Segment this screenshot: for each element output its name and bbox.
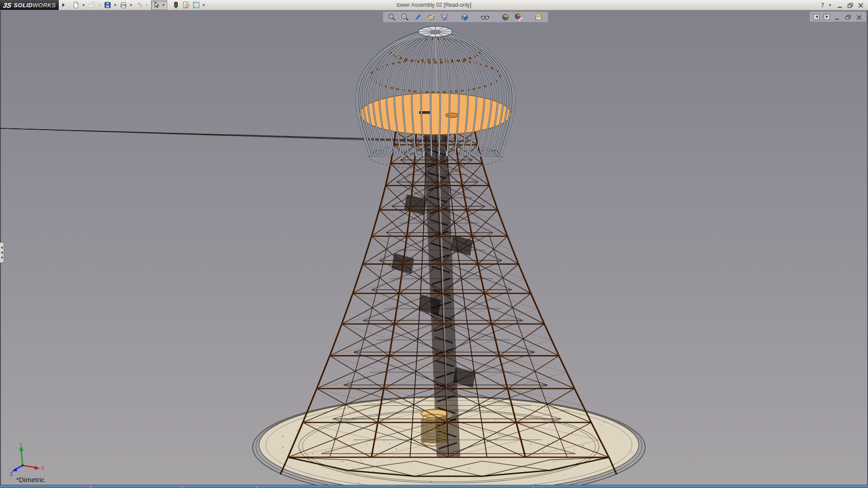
left-arrow-icon bbox=[816, 15, 818, 18]
select-tool-group: ▼ bbox=[151, 0, 167, 10]
select-cursor-icon bbox=[152, 1, 160, 9]
document-window-controls bbox=[810, 12, 866, 22]
view-orientation-button[interactable] bbox=[439, 12, 449, 22]
close-document-button[interactable] bbox=[856, 14, 863, 20]
view-heads-up-toolbar bbox=[383, 12, 548, 22]
triad-z-label: Z bbox=[10, 472, 13, 477]
triad-x-label: X bbox=[41, 466, 44, 471]
save-button[interactable] bbox=[103, 0, 112, 10]
hide-show-items-button[interactable] bbox=[480, 12, 490, 22]
status-pane-divider bbox=[533, 486, 534, 488]
display-style-button[interactable] bbox=[460, 12, 470, 22]
undo-icon bbox=[135, 1, 143, 9]
triad-y-label: Y bbox=[19, 443, 22, 447]
apply-scene-button[interactable] bbox=[500, 12, 510, 22]
new-dropdown-arrow[interactable]: ▼ bbox=[82, 0, 85, 10]
status-pane-divider bbox=[257, 486, 257, 488]
select-tool-button[interactable] bbox=[152, 0, 161, 10]
new-document-button[interactable] bbox=[71, 0, 80, 10]
help-button[interactable]: ? bbox=[821, 2, 824, 9]
print-dropdown-arrow[interactable]: ▼ bbox=[129, 0, 133, 10]
rotate-view-button[interactable] bbox=[413, 12, 423, 22]
minimize-document-button[interactable] bbox=[834, 14, 841, 20]
edit-appearance-button[interactable] bbox=[534, 12, 544, 22]
solidworks-logo-icon: 3S bbox=[3, 1, 12, 9]
view-orientation-label: *Dimetric bbox=[16, 476, 45, 483]
solidworks-logo-button[interactable]: 3S SOLIDWORKS bbox=[0, 0, 59, 10]
minimize-icon bbox=[834, 14, 841, 20]
menu-expand-button[interactable] bbox=[60, 1, 66, 9]
realview-sphere-icon bbox=[514, 13, 523, 22]
left-arrow-icon bbox=[1, 251, 3, 254]
options-icon bbox=[192, 1, 200, 9]
next-window-button[interactable] bbox=[824, 14, 830, 20]
help-dropdown-arrow[interactable]: ▼ bbox=[828, 0, 832, 10]
right-arrow-icon bbox=[62, 3, 65, 7]
save-dropdown-arrow[interactable]: ▼ bbox=[113, 0, 117, 10]
status-pane-divider bbox=[90, 486, 91, 488]
undo-button[interactable] bbox=[135, 0, 144, 10]
section-view-icon bbox=[427, 13, 436, 22]
options-button[interactable] bbox=[192, 0, 201, 10]
view-orientation-icon bbox=[440, 13, 449, 22]
open-document-icon bbox=[88, 1, 96, 9]
feature-panel-collapse-tab[interactable] bbox=[0, 242, 4, 263]
scene-sphere-icon bbox=[501, 13, 510, 22]
brand-name-bold: SOLID bbox=[14, 2, 33, 9]
rotate-view-icon bbox=[414, 13, 423, 22]
close-icon bbox=[856, 14, 863, 20]
model-canvas[interactable] bbox=[0, 0, 868, 488]
file-properties-button[interactable] bbox=[181, 0, 191, 10]
new-document-icon bbox=[72, 1, 80, 9]
edit-appearance-icon bbox=[534, 13, 543, 22]
zoom-to-fit-button[interactable] bbox=[387, 12, 397, 22]
title-bar: 3S SOLIDWORKS ▼ ▼ ▼ ▼ bbox=[0, 0, 868, 10]
print-icon bbox=[119, 1, 127, 9]
section-view-button[interactable] bbox=[426, 12, 436, 22]
status-bar bbox=[0, 485, 868, 488]
undo-dropdown-arrow: ▼ bbox=[145, 0, 149, 10]
print-button[interactable] bbox=[119, 0, 128, 10]
left-arrow-icon bbox=[1, 246, 3, 249]
realview-graphics-button[interactable] bbox=[514, 12, 524, 22]
eyeglasses-icon bbox=[480, 13, 490, 22]
left-arrow-icon bbox=[1, 256, 3, 259]
restore-app-button[interactable] bbox=[847, 2, 854, 9]
close-icon bbox=[857, 2, 864, 9]
close-app-button[interactable] bbox=[857, 2, 864, 9]
rebuild-traffic-light-icon bbox=[172, 1, 180, 9]
restore-icon bbox=[845, 14, 852, 20]
options-dropdown-arrow[interactable]: ▼ bbox=[202, 0, 206, 10]
rebuild-button[interactable] bbox=[171, 0, 180, 10]
minimize-app-button[interactable] bbox=[836, 2, 844, 9]
file-properties-icon bbox=[182, 1, 190, 9]
display-style-icon bbox=[460, 13, 469, 22]
select-dropdown-arrow[interactable]: ▼ bbox=[162, 0, 165, 10]
reference-triad: Y X Z bbox=[6, 443, 45, 477]
open-dropdown-arrow: ▼ bbox=[98, 0, 101, 10]
open-document-button[interactable] bbox=[87, 0, 96, 10]
right-arrow-icon bbox=[826, 15, 828, 18]
restore-document-button[interactable] bbox=[845, 14, 852, 20]
save-icon bbox=[104, 1, 112, 9]
brand-name-light: WORKS bbox=[33, 2, 56, 9]
zoom-to-area-button[interactable] bbox=[400, 12, 410, 22]
previous-window-button[interactable] bbox=[813, 14, 820, 20]
restore-icon bbox=[847, 2, 854, 9]
status-pane-divider bbox=[182, 486, 183, 488]
zoom-to-fit-icon bbox=[387, 13, 396, 22]
zoom-to-area-icon bbox=[401, 13, 410, 22]
minimize-icon bbox=[836, 2, 844, 9]
